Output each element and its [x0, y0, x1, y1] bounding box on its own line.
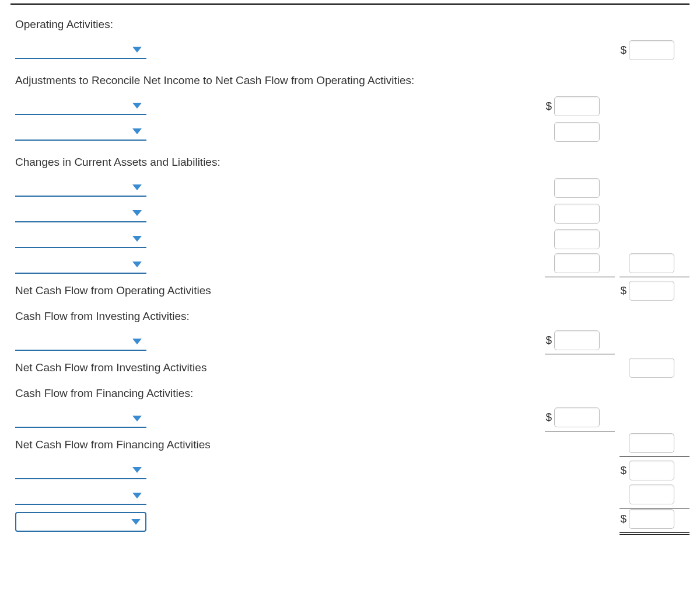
dropdown-summary-3[interactable]	[15, 512, 146, 532]
svg-marker-0	[132, 47, 142, 53]
heading-adjustments: Adjustments to Reconcile Net Income to N…	[10, 71, 545, 90]
input-summary-2-total[interactable]	[629, 485, 674, 504]
input-changes-4-sub[interactable]	[554, 253, 600, 273]
label-net-operating: Net Cash Flow from Operating Activities	[10, 281, 545, 301]
dropdown-changes-1[interactable]	[15, 179, 146, 197]
chevron-down-icon	[132, 128, 142, 134]
dropdown-summary-1[interactable]	[15, 462, 146, 479]
label-net-financing: Net Cash Flow from Financing Activities	[10, 435, 545, 455]
dropdown-changes-2[interactable]	[15, 205, 146, 222]
dropdown-investing-1[interactable]	[15, 333, 146, 351]
dropdown-adjustments-1[interactable]	[15, 97, 146, 115]
heading-investing: Cash Flow from Investing Activities:	[10, 306, 545, 326]
chevron-down-icon	[132, 103, 142, 109]
chevron-down-icon	[132, 493, 142, 499]
svg-marker-4	[132, 210, 142, 216]
input-changes-3-sub[interactable]	[554, 229, 600, 249]
input-adjustments-2-sub[interactable]	[554, 122, 600, 142]
svg-marker-6	[132, 262, 142, 267]
chevron-down-icon	[132, 184, 142, 190]
chevron-down-icon	[132, 262, 142, 267]
input-changes-1-sub[interactable]	[554, 178, 600, 198]
dropdown-summary-2[interactable]	[15, 487, 146, 505]
input-investing-1-sub[interactable]	[554, 330, 600, 350]
currency-symbol: $	[620, 464, 626, 477]
svg-marker-7	[132, 339, 142, 344]
label-net-investing: Net Cash Flow from Investing Activities	[10, 358, 545, 378]
input-net-investing-total[interactable]	[629, 358, 674, 378]
input-operating-1-total[interactable]	[629, 40, 674, 60]
currency-symbol: $	[545, 100, 552, 113]
chevron-down-icon	[131, 519, 141, 525]
heading-changes: Changes in Current Assets and Liabilitie…	[10, 152, 545, 172]
svg-marker-5	[132, 236, 142, 242]
svg-marker-10	[132, 493, 142, 499]
svg-marker-9	[132, 467, 142, 473]
input-changes-2-sub[interactable]	[554, 204, 600, 224]
svg-marker-1	[132, 103, 142, 109]
input-changes-subtotal-total[interactable]	[629, 253, 674, 273]
svg-marker-8	[132, 416, 142, 421]
currency-symbol: $	[545, 411, 552, 424]
chevron-down-icon	[132, 210, 142, 216]
input-adjustments-1-sub[interactable]	[554, 96, 600, 116]
dropdown-adjustments-2[interactable]	[15, 123, 146, 141]
input-net-operating-total[interactable]	[629, 281, 674, 301]
currency-symbol: $	[620, 44, 626, 57]
chevron-down-icon	[132, 467, 142, 473]
input-net-financing-total[interactable]	[629, 433, 674, 453]
heading-operating: Operating Activities:	[10, 15, 545, 34]
input-financing-1-sub[interactable]	[554, 407, 600, 427]
svg-marker-11	[131, 519, 141, 525]
dropdown-operating-1[interactable]	[15, 41, 146, 59]
currency-symbol: $	[620, 284, 626, 297]
input-summary-1-total[interactable]	[629, 461, 674, 480]
chevron-down-icon	[132, 47, 142, 53]
dropdown-changes-4[interactable]	[15, 256, 146, 274]
currency-symbol: $	[545, 334, 552, 347]
dropdown-changes-3[interactable]	[15, 231, 146, 248]
svg-marker-2	[132, 128, 142, 134]
top-rule	[10, 4, 690, 5]
chevron-down-icon	[132, 339, 142, 344]
input-summary-3-total[interactable]	[629, 509, 674, 529]
chevron-down-icon	[132, 236, 142, 242]
currency-symbol: $	[620, 513, 626, 525]
heading-financing: Cash Flow from Financing Activities:	[10, 384, 545, 403]
svg-marker-3	[132, 184, 142, 190]
chevron-down-icon	[132, 416, 142, 421]
dropdown-financing-1[interactable]	[15, 410, 146, 428]
